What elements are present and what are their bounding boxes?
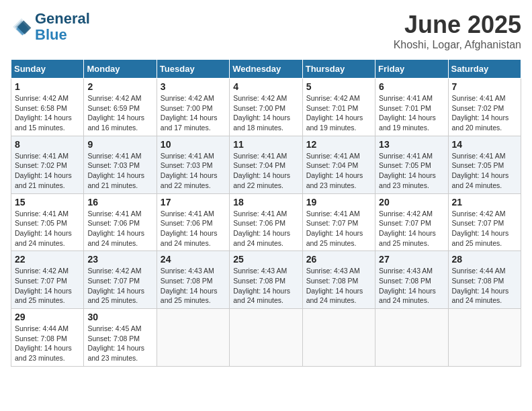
day-number: 19 <box>306 197 371 208</box>
day-info: Sunrise: 4:43 AM Sunset: 7:08 PM Dayligh… <box>233 266 298 306</box>
calendar-cell <box>448 309 521 367</box>
day-number: 18 <box>233 197 298 208</box>
calendar-cell: 9 Sunrise: 4:41 AM Sunset: 7:03 PM Dayli… <box>84 136 157 193</box>
calendar-cell: 8 Sunrise: 4:41 AM Sunset: 7:02 PM Dayli… <box>11 136 84 193</box>
calendar-cell: 22 Sunrise: 4:42 AM Sunset: 7:07 PM Dayl… <box>11 251 84 309</box>
day-number: 2 <box>87 81 152 92</box>
day-info: Sunrise: 4:41 AM Sunset: 7:04 PM Dayligh… <box>306 151 371 191</box>
day-number: 27 <box>379 254 444 265</box>
calendar-cell: 13 Sunrise: 4:41 AM Sunset: 7:05 PM Dayl… <box>375 136 448 193</box>
day-info: Sunrise: 4:41 AM Sunset: 7:01 PM Dayligh… <box>379 93 444 133</box>
calendar-cell: 20 Sunrise: 4:42 AM Sunset: 7:07 PM Dayl… <box>375 193 448 251</box>
col-monday: Monday <box>84 60 157 79</box>
day-number: 15 <box>15 197 80 208</box>
day-info: Sunrise: 4:42 AM Sunset: 7:00 PM Dayligh… <box>161 93 226 133</box>
day-info: Sunrise: 4:42 AM Sunset: 7:01 PM Dayligh… <box>306 93 371 133</box>
day-number: 28 <box>452 254 517 265</box>
calendar-cell <box>230 309 302 367</box>
calendar-cell: 21 Sunrise: 4:42 AM Sunset: 7:07 PM Dayl… <box>448 193 521 251</box>
calendar-header-row: Sunday Monday Tuesday Wednesday Thursday… <box>11 60 521 79</box>
day-number: 25 <box>233 254 298 265</box>
logo: General Blue <box>11 11 90 43</box>
day-info: Sunrise: 4:41 AM Sunset: 7:02 PM Dayligh… <box>15 151 80 191</box>
day-info: Sunrise: 4:41 AM Sunset: 7:06 PM Dayligh… <box>161 209 226 248</box>
day-number: 20 <box>379 197 444 208</box>
day-number: 30 <box>87 312 152 322</box>
day-number: 24 <box>161 254 226 265</box>
day-number: 12 <box>306 139 371 150</box>
day-number: 1 <box>15 81 80 92</box>
calendar-cell: 19 Sunrise: 4:41 AM Sunset: 7:07 PM Dayl… <box>302 193 375 251</box>
calendar-cell: 1 Sunrise: 4:42 AM Sunset: 6:58 PM Dayli… <box>11 79 84 136</box>
calendar-cell: 4 Sunrise: 4:42 AM Sunset: 7:00 PM Dayli… <box>230 79 302 136</box>
calendar-cell: 29 Sunrise: 4:44 AM Sunset: 7:08 PM Dayl… <box>11 309 84 367</box>
day-info: Sunrise: 4:44 AM Sunset: 7:08 PM Dayligh… <box>452 266 517 306</box>
calendar-cell: 23 Sunrise: 4:42 AM Sunset: 7:07 PM Dayl… <box>84 251 157 309</box>
day-info: Sunrise: 4:41 AM Sunset: 7:03 PM Dayligh… <box>161 151 226 191</box>
col-tuesday: Tuesday <box>157 60 229 79</box>
day-info: Sunrise: 4:43 AM Sunset: 7:08 PM Dayligh… <box>306 266 371 306</box>
day-number: 14 <box>452 139 517 150</box>
day-info: Sunrise: 4:41 AM Sunset: 7:05 PM Dayligh… <box>15 209 80 248</box>
calendar-week-row: 1 Sunrise: 4:42 AM Sunset: 6:58 PM Dayli… <box>11 79 521 136</box>
day-number: 9 <box>87 139 152 150</box>
calendar-cell: 24 Sunrise: 4:43 AM Sunset: 7:08 PM Dayl… <box>157 251 229 309</box>
day-info: Sunrise: 4:42 AM Sunset: 7:07 PM Dayligh… <box>87 266 152 306</box>
day-number: 6 <box>379 81 444 92</box>
logo-text: General Blue <box>35 11 90 43</box>
day-info: Sunrise: 4:43 AM Sunset: 7:08 PM Dayligh… <box>379 266 444 306</box>
day-info: Sunrise: 4:41 AM Sunset: 7:06 PM Dayligh… <box>233 209 298 248</box>
title-block: June 2025 Khoshi, Logar, Afghanistan <box>394 11 521 51</box>
day-number: 29 <box>15 312 80 322</box>
day-number: 10 <box>161 139 226 150</box>
calendar-cell: 12 Sunrise: 4:41 AM Sunset: 7:04 PM Dayl… <box>302 136 375 193</box>
day-number: 8 <box>15 139 80 150</box>
calendar-cell: 3 Sunrise: 4:42 AM Sunset: 7:00 PM Dayli… <box>157 79 229 136</box>
calendar-cell <box>302 309 375 367</box>
calendar-week-row: 8 Sunrise: 4:41 AM Sunset: 7:02 PM Dayli… <box>11 136 521 193</box>
day-info: Sunrise: 4:41 AM Sunset: 7:07 PM Dayligh… <box>306 209 371 248</box>
day-number: 11 <box>233 139 298 150</box>
page-header: General Blue June 2025 Khoshi, Logar, Af… <box>11 11 521 51</box>
calendar-week-row: 22 Sunrise: 4:42 AM Sunset: 7:07 PM Dayl… <box>11 251 521 309</box>
day-info: Sunrise: 4:42 AM Sunset: 7:07 PM Dayligh… <box>379 209 444 248</box>
day-info: Sunrise: 4:45 AM Sunset: 7:08 PM Dayligh… <box>87 324 152 363</box>
calendar-cell: 5 Sunrise: 4:42 AM Sunset: 7:01 PM Dayli… <box>302 79 375 136</box>
calendar-cell: 18 Sunrise: 4:41 AM Sunset: 7:06 PM Dayl… <box>230 193 302 251</box>
col-friday: Friday <box>375 60 448 79</box>
calendar-cell <box>375 309 448 367</box>
day-info: Sunrise: 4:41 AM Sunset: 7:06 PM Dayligh… <box>87 209 152 248</box>
calendar-table: Sunday Monday Tuesday Wednesday Thursday… <box>11 59 521 367</box>
day-info: Sunrise: 4:42 AM Sunset: 7:07 PM Dayligh… <box>452 209 517 248</box>
calendar-cell: 7 Sunrise: 4:41 AM Sunset: 7:02 PM Dayli… <box>448 79 521 136</box>
calendar-cell: 10 Sunrise: 4:41 AM Sunset: 7:03 PM Dayl… <box>157 136 229 193</box>
day-number: 7 <box>452 81 517 92</box>
logo-icon <box>11 16 32 38</box>
day-number: 3 <box>161 81 226 92</box>
calendar-cell: 30 Sunrise: 4:45 AM Sunset: 7:08 PM Dayl… <box>84 309 157 367</box>
day-number: 21 <box>452 197 517 208</box>
day-info: Sunrise: 4:42 AM Sunset: 7:00 PM Dayligh… <box>233 93 298 133</box>
col-thursday: Thursday <box>302 60 375 79</box>
calendar-cell: 15 Sunrise: 4:41 AM Sunset: 7:05 PM Dayl… <box>11 193 84 251</box>
day-info: Sunrise: 4:42 AM Sunset: 6:58 PM Dayligh… <box>15 93 80 133</box>
day-number: 23 <box>87 254 152 265</box>
day-info: Sunrise: 4:41 AM Sunset: 7:04 PM Dayligh… <box>233 151 298 191</box>
calendar-cell: 16 Sunrise: 4:41 AM Sunset: 7:06 PM Dayl… <box>84 193 157 251</box>
col-wednesday: Wednesday <box>230 60 302 79</box>
calendar-cell: 27 Sunrise: 4:43 AM Sunset: 7:08 PM Dayl… <box>375 251 448 309</box>
location-title: Khoshi, Logar, Afghanistan <box>394 39 521 51</box>
calendar-cell: 11 Sunrise: 4:41 AM Sunset: 7:04 PM Dayl… <box>230 136 302 193</box>
day-number: 4 <box>233 81 298 92</box>
day-number: 22 <box>15 254 80 265</box>
calendar-cell: 2 Sunrise: 4:42 AM Sunset: 6:59 PM Dayli… <box>84 79 157 136</box>
calendar-cell: 28 Sunrise: 4:44 AM Sunset: 7:08 PM Dayl… <box>448 251 521 309</box>
day-info: Sunrise: 4:42 AM Sunset: 7:07 PM Dayligh… <box>15 266 80 306</box>
day-info: Sunrise: 4:41 AM Sunset: 7:02 PM Dayligh… <box>452 93 517 133</box>
day-number: 13 <box>379 139 444 150</box>
day-number: 26 <box>306 254 371 265</box>
calendar-cell: 17 Sunrise: 4:41 AM Sunset: 7:06 PM Dayl… <box>157 193 229 251</box>
col-sunday: Sunday <box>11 60 84 79</box>
calendar-cell: 26 Sunrise: 4:43 AM Sunset: 7:08 PM Dayl… <box>302 251 375 309</box>
day-info: Sunrise: 4:41 AM Sunset: 7:05 PM Dayligh… <box>379 151 444 191</box>
